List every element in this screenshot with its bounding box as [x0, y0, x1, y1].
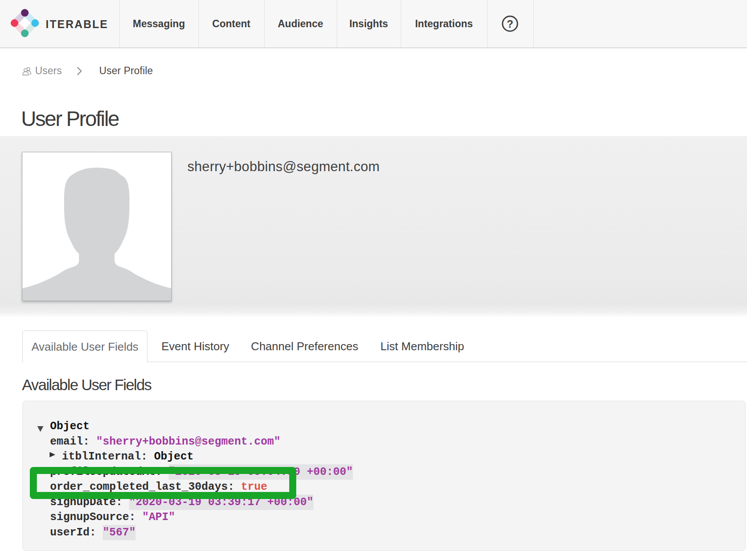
svg-text:?: ? — [507, 18, 514, 30]
